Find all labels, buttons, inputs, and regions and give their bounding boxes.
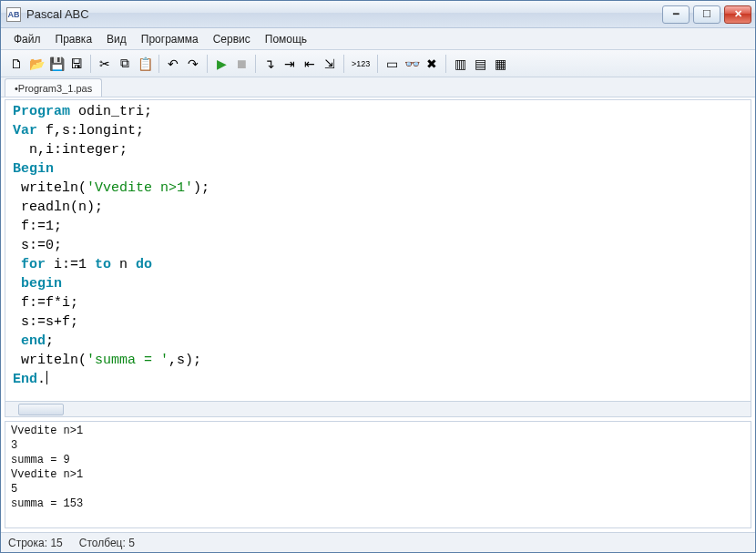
- code-line: writeln('Vvedite n>1');: [13, 179, 743, 198]
- cut-icon: ✂: [99, 56, 110, 71]
- new-file-icon: 🗋: [10, 56, 23, 71]
- code-line: writeln('summa = ',s);: [13, 351, 743, 370]
- maximize-icon: ☐: [702, 8, 711, 20]
- run-to-cursor-button[interactable]: ⇲: [320, 54, 340, 74]
- app-window: AB Pascal ABC ━ ☐ ✕ ФайлПравкаВидПрограм…: [0, 0, 756, 553]
- stop-icon: ⏹: [235, 56, 248, 71]
- code-line: f:=f*i;: [13, 293, 743, 312]
- toolbar-separator: [377, 55, 378, 73]
- step-over-button[interactable]: ⇥: [280, 54, 300, 74]
- code-line: for i:=1 to n do: [13, 255, 743, 274]
- open-file-icon: 📂: [29, 56, 45, 71]
- toolbar-separator: [90, 55, 91, 73]
- horizontal-scrollbar[interactable]: [5, 402, 751, 417]
- copy-button[interactable]: ⧉: [115, 54, 135, 74]
- window-controls: ━ ☐ ✕: [662, 5, 751, 24]
- toolbar-separator: [445, 55, 446, 73]
- code-line: n,i:integer;: [13, 140, 743, 159]
- cut-button[interactable]: ✂: [95, 54, 115, 74]
- copy-icon: ⧉: [120, 56, 129, 71]
- save-all-button[interactable]: 🖫: [66, 54, 87, 74]
- menu-item-0[interactable]: Файл: [6, 28, 48, 49]
- code-line: Begin: [13, 159, 743, 179]
- scrollbar-thumb[interactable]: [18, 404, 64, 415]
- tab-label: •Program3_1.pas: [15, 83, 92, 94]
- menu-item-1[interactable]: Правка: [48, 28, 100, 49]
- delete-icon: ✖: [426, 56, 437, 71]
- glasses-button[interactable]: 👓: [402, 54, 422, 74]
- minimize-button[interactable]: ━: [662, 5, 690, 24]
- panel-2-icon: ▤: [475, 56, 486, 71]
- toolbar-separator: [343, 55, 344, 73]
- code-line: s:=0;: [13, 236, 743, 255]
- code-line: s:=s+f;: [13, 312, 743, 332]
- save-all-icon: 🖫: [70, 56, 83, 71]
- menu-item-2[interactable]: Вид: [99, 28, 134, 49]
- open-file-button[interactable]: 📂: [26, 54, 46, 74]
- tabbar: •Program3_1.pas: [1, 77, 755, 97]
- tab-program3-1[interactable]: •Program3_1.pas: [5, 78, 102, 97]
- new-file-button[interactable]: 🗋: [6, 54, 26, 74]
- code-line: end;: [13, 332, 743, 351]
- toolbar-separator: [255, 55, 256, 73]
- undo-button[interactable]: ↶: [163, 54, 183, 74]
- code-line: End.: [13, 370, 743, 389]
- toolbar-separator: [207, 55, 208, 73]
- redo-button[interactable]: ↷: [183, 54, 203, 74]
- editor-area: Program odin_tri;Var f,s:longint; n,i:in…: [1, 97, 755, 417]
- paste-button[interactable]: 📋: [135, 54, 155, 74]
- stop-button[interactable]: ⏹: [231, 54, 251, 74]
- menubar: ФайлПравкаВидПрограммаСервисПомощь: [1, 28, 755, 50]
- panel-2-button[interactable]: ▤: [470, 54, 490, 74]
- code-editor[interactable]: Program odin_tri;Var f,s:longint; n,i:in…: [5, 99, 751, 402]
- text-cursor: [46, 371, 47, 384]
- code-line: Program odin_tri;: [13, 102, 743, 121]
- panel-3-button[interactable]: ▦: [490, 54, 510, 74]
- menu-item-4[interactable]: Сервис: [206, 28, 258, 49]
- titlebar[interactable]: AB Pascal ABC ━ ☐ ✕: [1, 1, 755, 28]
- toolbar: 🗋📂💾🖫✂⧉📋↶↷▶⏹↴⇥⇤⇲>123▭👓✖▥▤▦: [1, 50, 755, 77]
- maximize-button[interactable]: ☐: [693, 5, 720, 24]
- step-into-icon: ↴: [264, 56, 275, 71]
- save-icon: 💾: [49, 56, 65, 71]
- panel-1-button[interactable]: ▥: [450, 54, 470, 74]
- menu-item-5[interactable]: Помощь: [258, 28, 314, 49]
- window-button[interactable]: ▭: [382, 54, 402, 74]
- save-button[interactable]: 💾: [46, 54, 66, 74]
- delete-button[interactable]: ✖: [422, 54, 442, 74]
- step-out-button[interactable]: ⇤: [300, 54, 320, 74]
- close-icon: ✕: [734, 8, 742, 20]
- statusbar: Строка: 15 Столбец: 5: [1, 532, 755, 552]
- status-column: Столбец: 5: [79, 537, 135, 549]
- code-line: Var f,s:longint;: [13, 121, 743, 140]
- panel-1-icon: ▥: [455, 56, 466, 71]
- step-over-icon: ⇥: [284, 56, 295, 71]
- code-line: f:=1;: [13, 217, 743, 236]
- undo-icon: ↶: [168, 56, 179, 71]
- close-button[interactable]: ✕: [724, 5, 751, 24]
- panel-3-icon: ▦: [495, 56, 506, 71]
- glasses-icon: 👓: [404, 56, 420, 71]
- menu-item-3[interactable]: Программа: [134, 28, 206, 49]
- minimize-icon: ━: [673, 8, 679, 20]
- paste-icon: 📋: [138, 56, 153, 71]
- step-into-button[interactable]: ↴: [260, 54, 280, 74]
- run-to-cursor-icon: ⇲: [324, 56, 335, 71]
- window-icon: ▭: [386, 56, 398, 71]
- toolbar-separator: [158, 55, 159, 73]
- status-line: Строка: 15: [8, 537, 63, 549]
- output-panel[interactable]: Vvedite n>1 3 summa = 9 Vvedite n>1 5 su…: [5, 421, 751, 528]
- breakpoint-icon: >123: [352, 59, 370, 68]
- window-title: Pascal ABC: [26, 7, 662, 21]
- breakpoint-button[interactable]: >123: [348, 54, 373, 74]
- app-icon: AB: [6, 7, 21, 22]
- code-line: readln(n);: [13, 198, 743, 217]
- code-line: begin: [13, 274, 743, 293]
- step-out-icon: ⇤: [304, 56, 315, 71]
- redo-icon: ↷: [188, 56, 199, 71]
- run-button[interactable]: ▶: [211, 54, 231, 74]
- run-icon: ▶: [217, 56, 227, 71]
